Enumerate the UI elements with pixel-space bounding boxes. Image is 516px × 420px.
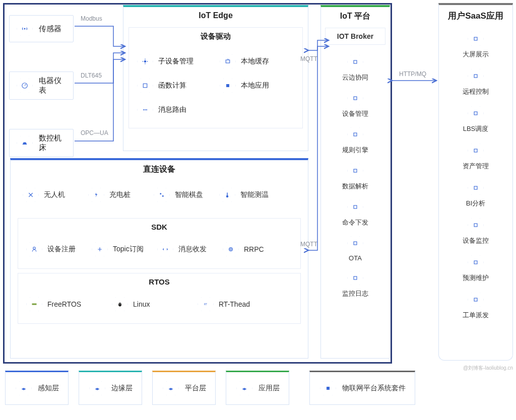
svg-rect-30 [474,112,477,115]
svg-rect-33 [474,224,477,227]
legend-item: 平台层 [152,371,216,405]
legend-item: 应用层 [226,371,289,405]
legend-item: 物联网平台系统套件 [309,371,415,405]
svg-point-18 [119,304,120,305]
svg-point-10 [162,195,164,197]
saas-item: BI分析 [466,179,485,208]
direct-panel: 直连设备 无人机 充电桩 智能棋盘 智能测温 SDK 设备注册 Topic订阅 … [10,158,308,359]
temp-icon [218,186,236,204]
direct-title: 直连设备 [11,160,308,179]
rtos-box: RTOS FreeRTOS Linux RTRT-Thead [18,273,301,324]
saas-item: 工单派发 [463,291,489,320]
http-mq-label: HTTP/MQ [399,71,426,78]
device-item: 智能棋盘 [149,183,214,207]
svg-rect-27 [354,276,357,279]
saas-item: LBS调度 [463,104,489,133]
suite-icon [319,379,337,397]
saas-panel: 用户SaaS应用 大屏展示远程控制LBS调度资产管理BI分析设备监控预测维护工单… [438,3,513,361]
rtthread-icon: RT [197,295,215,313]
svg-rect-26 [354,242,357,245]
sensor-label: 传感器 [39,24,61,34]
platform-item: 命令下发 [342,198,368,227]
freertos-icon [25,295,43,313]
meter-icon [16,77,34,95]
sensor-label: 数控机床 [39,133,67,153]
svg-rect-28 [474,37,477,40]
layer-icon [88,379,106,397]
mqtt-label: MQTT [300,55,317,62]
legend-row: 感知层 边缘层 平台层 应用层 物联网平台系统套件 [5,371,511,415]
charger-icon [87,186,105,204]
module-icon [346,125,364,144]
edge-item: 函数计算 [133,74,216,98]
register-icon [25,240,43,258]
msg-icon [156,240,174,258]
svg-rect-23 [354,133,357,136]
device-item: 无人机 [18,183,83,207]
protocol-label: DLT645 [81,72,102,79]
svg-rect-35 [474,298,477,301]
legend-item: 边缘层 [79,371,142,405]
svg-rect-22 [354,97,357,100]
iot-edge-title: IoT Edge [123,7,308,24]
edge-item: 本地缓存 [216,49,298,74]
module-icon [346,89,364,107]
app-icon [219,77,237,95]
platform-item: 云边协同 [342,53,368,82]
module-icon [346,269,364,287]
sensor-icon [16,20,34,38]
svg-rect-16 [32,304,37,305]
platform-item: OTA [346,234,364,262]
module-icon [346,234,364,252]
protocol-label: Modbus [81,15,102,22]
svg-rect-3 [226,60,230,63]
module-icon [467,142,485,160]
svg-rect-5 [226,84,229,87]
topic-icon [91,240,109,258]
driver-title: 设备驱动 [129,28,302,45]
svg-point-2 [144,60,147,63]
svg-rect-31 [474,149,477,152]
svg-rect-34 [474,261,477,264]
sensor-box: 数控机床 [9,129,74,157]
platform-item: 规则引擎 [342,125,368,155]
sdk-item: 设备注册 [21,237,87,261]
saas-item: 远程控制 [463,67,489,96]
svg-rect-24 [354,169,357,172]
svg-point-8 [146,109,147,110]
module-icon [467,291,485,309]
module-icon [346,162,364,180]
layer-icon [235,379,253,397]
sdk-item: 消息收发 [152,237,218,261]
module-icon [467,253,485,271]
layer-icon [162,379,180,397]
saas-title: 用户SaaS应用 [439,5,512,27]
rtos-item: FreeRTOS [21,292,107,316]
module-icon [467,179,485,197]
sdk-box: SDK 设备注册 Topic订阅 消息收发 RRPC [18,218,301,269]
svg-point-9 [160,193,161,194]
broker-box: IOT Broker [325,28,385,45]
platform-item: 数据解析 [342,162,368,191]
sdk-item: RRPC [218,237,283,261]
platform-item: 监控日志 [342,269,368,298]
gear-icon [136,52,154,71]
chess-icon [153,186,171,204]
device-item: 智能测温 [214,183,280,207]
rtos-item: RTRT-Thead [192,292,278,316]
svg-point-0 [24,28,26,30]
iot-platform-panel: IoT 平台 IOT Broker 云边协同设备管理规则引擎数据解析命令下发OT… [320,5,390,359]
edge-item: 本地应用 [216,74,298,98]
sensor-label: 电器仪表 [39,76,67,95]
iot-edge-panel: IoT Edge 设备驱动 子设备管理 本地缓存 函数计算 本地应用 消息路由 [123,5,308,151]
sensor-box: 传感器 [9,15,74,42]
module-icon [346,198,364,216]
rrpc-icon [222,240,240,258]
rtos-item: Linux [107,292,192,316]
platform-item: 设备管理 [342,89,368,118]
legend-item: 感知层 [5,371,69,405]
svg-rect-32 [474,186,477,189]
module-icon [467,30,485,48]
svg-rect-12 [227,193,228,196]
edge-item: 消息路由 [133,98,216,122]
